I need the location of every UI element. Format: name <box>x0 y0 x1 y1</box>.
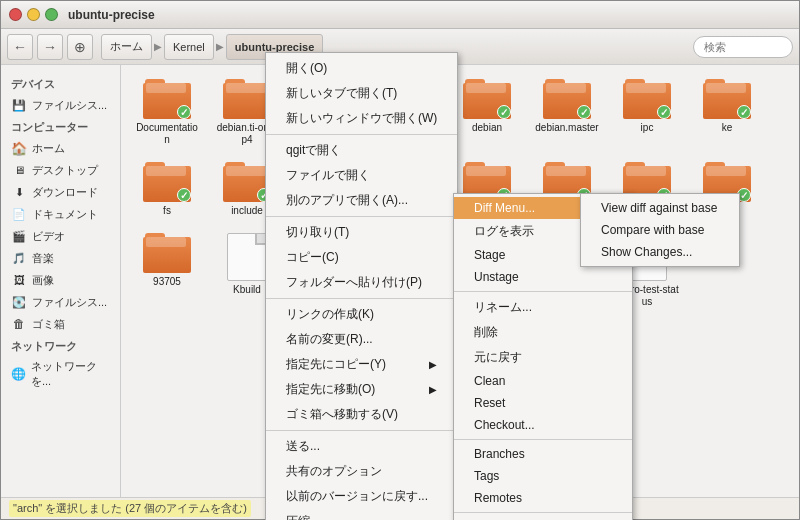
menu-item[interactable]: リンクの作成(K) <box>266 302 457 327</box>
menu-item-label: Unstage <box>474 270 519 284</box>
menu-item-label: 名前の変更(R)... <box>286 331 373 348</box>
menu-item-label: Diff Menu... <box>474 201 535 215</box>
menu-item-label: Reset <box>474 396 505 410</box>
menu-item[interactable]: 別のアプリで開く(A)... <box>266 188 457 213</box>
menu-item-label: Tags <box>474 469 499 483</box>
menu-item[interactable]: 新しいウィンドウで開く(W) <box>266 106 457 131</box>
menu-item[interactable]: Unstage <box>454 266 632 288</box>
context-menu: 開く(O)新しいタブで開く(T)新しいウィンドウで開く(W)qgitで開くファイ… <box>265 52 458 520</box>
menu-item[interactable]: フォルダーへ貼り付け(P) <box>266 270 457 295</box>
menu-item-label: 切り取り(T) <box>286 224 349 241</box>
menu-item[interactable]: Compare with base <box>581 219 739 241</box>
menu-separator <box>266 298 457 299</box>
menu-item[interactable]: 指定先に移動(O)▶ <box>266 377 457 402</box>
menu-separator <box>266 134 457 135</box>
context-menu-overlay: 開く(O)新しいタブで開く(T)新しいウィンドウで開く(W)qgitで開くファイ… <box>0 0 800 520</box>
submenu-arrow: ▶ <box>429 359 437 370</box>
menu-item-label: 指定先に移動(O) <box>286 381 375 398</box>
menu-item-label: 指定先にコピー(Y) <box>286 356 386 373</box>
menu-item-label: Branches <box>474 447 525 461</box>
menu-item-label: 新しいウィンドウで開く(W) <box>286 110 437 127</box>
menu-item-label: 開く(O) <box>286 60 327 77</box>
menu-item-label: ログを表示 <box>474 223 534 240</box>
menu-item-label: Clean <box>474 374 505 388</box>
menu-item-label: 共有のオプション <box>286 463 382 480</box>
menu-item-label: ファイルで開く <box>286 167 370 184</box>
menu-item-label: 新しいタブで開く(T) <box>286 85 397 102</box>
menu-item-label: 送る... <box>286 438 320 455</box>
menu-item-label: フォルダーへ貼り付け(P) <box>286 274 422 291</box>
menu-item-label: Compare with base <box>601 223 704 237</box>
menu-item[interactable]: リネーム... <box>454 295 632 320</box>
menu-item[interactable]: Show Changes... <box>581 241 739 263</box>
menu-item[interactable]: 名前の変更(R)... <box>266 327 457 352</box>
menu-item[interactable]: 元に戻す <box>454 345 632 370</box>
menu-item-label: Show Changes... <box>601 245 692 259</box>
menu-separator <box>454 439 632 440</box>
menu-item[interactable]: 共有のオプション <box>266 459 457 484</box>
menu-item-label: リンクの作成(K) <box>286 306 374 323</box>
menu-item-label: 元に戻す <box>474 349 522 366</box>
menu-item-label: View diff against base <box>601 201 717 215</box>
menu-item[interactable]: Checkout... <box>454 414 632 436</box>
menu-item[interactable]: qgitで開く <box>266 138 457 163</box>
menu-item[interactable]: ゴミ箱へ移動する(V) <box>266 402 457 427</box>
menu-item-label: 削除 <box>474 324 498 341</box>
menu-item[interactable]: Export... <box>454 516 632 520</box>
menu-item-label: Stage <box>474 248 505 262</box>
menu-item[interactable]: 新しいタブで開く(T) <box>266 81 457 106</box>
menu-item-label: qgitで開く <box>286 142 341 159</box>
submenu-arrow: ▶ <box>429 384 437 395</box>
menu-item[interactable]: 以前のバージョンに戻す... <box>266 484 457 509</box>
menu-item-label: コピー(C) <box>286 249 339 266</box>
menu-item[interactable]: Tags <box>454 465 632 487</box>
menu-item[interactable]: 削除 <box>454 320 632 345</box>
menu-item[interactable]: Reset <box>454 392 632 414</box>
menu-item-label: ゴミ箱へ移動する(V) <box>286 406 398 423</box>
menu-item[interactable]: Branches <box>454 443 632 465</box>
menu-item-label: Checkout... <box>474 418 535 432</box>
menu-item[interactable]: 送る... <box>266 434 457 459</box>
menu-item[interactable]: コピー(C) <box>266 245 457 270</box>
menu-item-label: 別のアプリで開く(A)... <box>286 192 408 209</box>
menu-item[interactable]: Clean <box>454 370 632 392</box>
menu-separator <box>266 216 457 217</box>
menu-separator <box>454 291 632 292</box>
menu-item-label: Remotes <box>474 491 522 505</box>
menu-item[interactable]: ファイルで開く <box>266 163 457 188</box>
menu-item[interactable]: 切り取り(T) <box>266 220 457 245</box>
menu-separator <box>266 430 457 431</box>
diff-sub-submenu: View diff against baseCompare with baseS… <box>580 193 740 267</box>
menu-separator <box>454 512 632 513</box>
menu-item-label: 圧縮... <box>286 513 320 520</box>
menu-item-label: リネーム... <box>474 299 532 316</box>
menu-item[interactable]: Remotes <box>454 487 632 509</box>
menu-item[interactable]: 開く(O) <box>266 56 457 81</box>
menu-item-label: 以前のバージョンに戻す... <box>286 488 428 505</box>
menu-item[interactable]: 圧縮... <box>266 509 457 520</box>
menu-item[interactable]: 指定先にコピー(Y)▶ <box>266 352 457 377</box>
menu-item[interactable]: View diff against base <box>581 197 739 219</box>
